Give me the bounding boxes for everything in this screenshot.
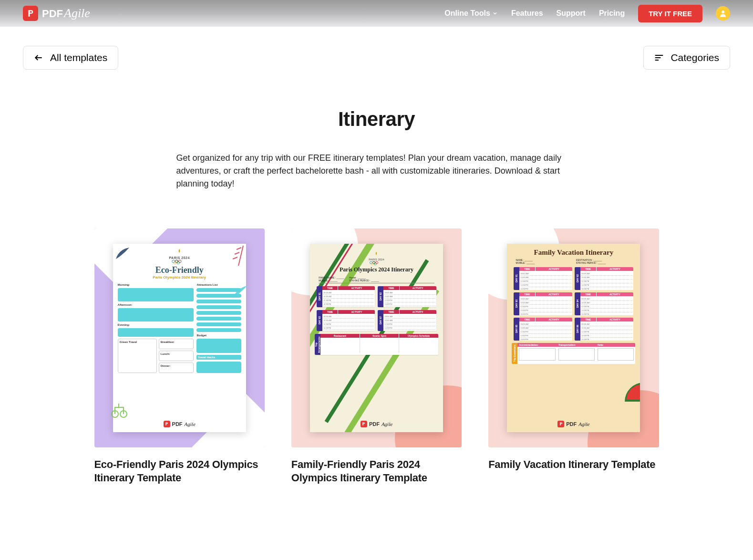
nav-online-tools[interactable]: Online Tools [444,9,498,18]
user-icon [719,9,727,18]
logo-icon [23,6,38,21]
nav-support[interactable]: Support [557,9,586,18]
back-all-templates-button[interactable]: All templates [23,46,118,70]
filter-icon [654,53,664,62]
template-thumbnail: PARIS 2024 Eco-Friendly Paris Olympics 2… [94,228,265,447]
page-title: Itinerary [176,108,577,131]
olympics-logo-icon [175,249,184,255]
chevron-down-icon [492,10,498,16]
back-label: All templates [50,52,107,63]
page-toolbar: All templates Categories [0,27,753,70]
template-thumbnail: PARIS 2024 Paris Olympics 2024 Itinerary… [291,228,462,447]
page-description: Get organized for any trip with our FREE… [176,152,577,190]
hero-section: Itinerary Get organized for any trip wit… [167,108,587,190]
template-title: Family-Friendly Paris 2024 Olympics Itin… [291,458,462,485]
olympic-rings-icon [171,259,187,264]
template-card[interactable]: PARIS 2024 Paris Olympics 2024 Itinerary… [291,228,462,485]
avatar[interactable] [716,6,730,21]
template-title: Family Vacation Itinerary Template [488,458,659,472]
templates-grid: PARIS 2024 Eco-Friendly Paris Olympics 2… [72,190,682,495]
main-header: PDFAgile Online Tools Features Support P… [0,0,753,27]
logo-text: PDFAgile [42,6,90,21]
svg-point-0 [722,10,724,13]
logo-link[interactable]: PDFAgile [23,6,90,21]
arrow-left-icon [34,53,43,62]
categories-button[interactable]: Categories [643,46,730,70]
template-card[interactable]: Family Vacation Itinerary NAME : ______M… [488,228,659,485]
main-nav: Online Tools Features Support Pricing TR… [444,5,730,22]
template-card[interactable]: PARIS 2024 Eco-Friendly Paris Olympics 2… [94,228,265,485]
try-free-button[interactable]: TRY IT FREE [638,5,702,22]
template-thumbnail: Family Vacation Itinerary NAME : ______M… [488,228,659,447]
categories-label: Categories [670,52,719,63]
nav-features[interactable]: Features [511,9,543,18]
template-title: Eco-Friendly Paris 2024 Olympics Itinera… [94,458,265,485]
nav-pricing[interactable]: Pricing [599,9,625,18]
